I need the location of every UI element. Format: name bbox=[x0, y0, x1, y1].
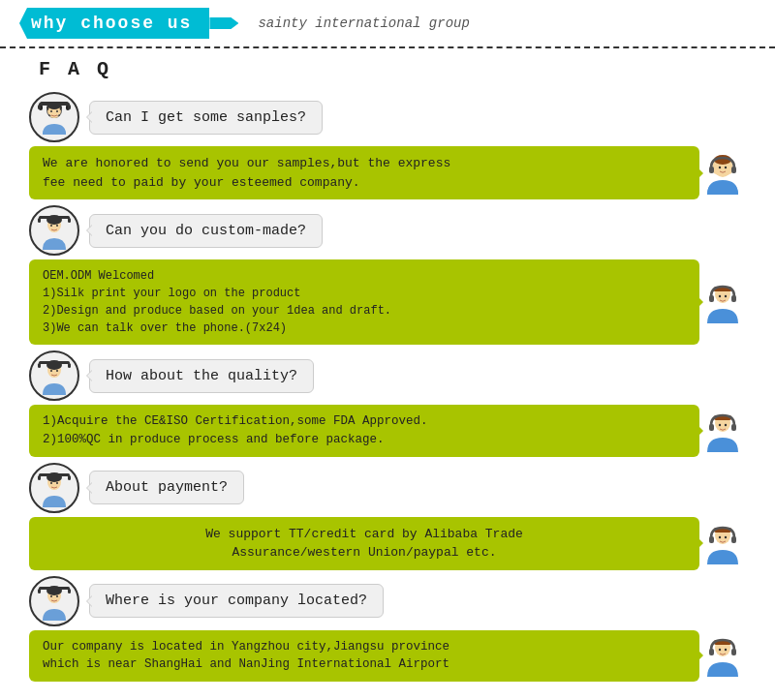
avatar-person-2 bbox=[29, 205, 79, 256]
svg-rect-65 bbox=[68, 589, 71, 593]
answer-row-5: Our company is located in Yangzhou city,… bbox=[29, 630, 746, 683]
avatar-person-5 bbox=[29, 576, 79, 626]
answer-bubble-4: We support TT/credit card by Alibaba Tra… bbox=[29, 517, 699, 570]
svg-point-18 bbox=[719, 166, 721, 167]
avatar-person-1 bbox=[29, 92, 79, 142]
question-row-3: How about the quality? bbox=[29, 350, 746, 401]
svg-rect-20 bbox=[709, 167, 714, 173]
header-title-right bbox=[209, 17, 238, 29]
question-row-1: Can I get some sanples? bbox=[29, 92, 746, 142]
svg-rect-60 bbox=[731, 536, 736, 543]
question-bubble-3: How about the quality? bbox=[89, 359, 314, 393]
avatar-person-3 bbox=[29, 350, 79, 401]
svg-rect-64 bbox=[38, 589, 41, 593]
header-title-block: why choose us bbox=[19, 8, 238, 39]
header: why choose us sainty international group bbox=[0, 0, 775, 48]
svg-point-14 bbox=[56, 110, 58, 112]
svg-rect-46 bbox=[709, 424, 714, 431]
svg-point-44 bbox=[719, 424, 721, 426]
svg-point-41 bbox=[56, 370, 58, 372]
svg-rect-25 bbox=[38, 218, 41, 223]
svg-point-28 bbox=[56, 225, 58, 227]
faq-label: F A Q bbox=[0, 48, 775, 86]
question-bubble-5: Where is your company located? bbox=[89, 584, 384, 618]
svg-point-31 bbox=[719, 295, 721, 297]
svg-point-45 bbox=[725, 424, 727, 426]
svg-rect-63 bbox=[39, 587, 70, 590]
question-bubble-4: About payment? bbox=[89, 471, 244, 504]
question-bubble-2: Can you do custom-made? bbox=[89, 214, 323, 248]
svg-rect-11 bbox=[38, 105, 41, 109]
svg-rect-37 bbox=[39, 361, 70, 364]
svg-rect-52 bbox=[68, 475, 71, 480]
question-bubble-1: Can I get some sanples? bbox=[89, 101, 323, 135]
svg-point-19 bbox=[725, 166, 727, 167]
svg-rect-26 bbox=[68, 218, 71, 223]
svg-rect-50 bbox=[39, 473, 70, 476]
svg-point-40 bbox=[50, 370, 52, 372]
svg-rect-12 bbox=[68, 105, 71, 109]
svg-rect-51 bbox=[38, 475, 41, 480]
faq-content: Can I get some sanples? We are honored t… bbox=[0, 92, 775, 682]
svg-rect-34 bbox=[731, 295, 736, 302]
svg-rect-47 bbox=[731, 424, 736, 431]
svg-rect-21 bbox=[731, 167, 736, 173]
svg-rect-59 bbox=[709, 536, 714, 543]
svg-point-27 bbox=[50, 225, 52, 227]
answer-bubble-3: 1)Acquire the CE&ISO Certification,some … bbox=[29, 405, 699, 457]
header-title-left: why choose us bbox=[19, 8, 209, 39]
svg-point-32 bbox=[725, 295, 727, 297]
question-row-2: Can you do custom-made? bbox=[29, 205, 746, 256]
svg-rect-39 bbox=[68, 363, 71, 368]
svg-rect-72 bbox=[709, 649, 714, 655]
avatar-person-4 bbox=[29, 463, 79, 513]
answer-row-1: We are honored to send you our samples,b… bbox=[29, 146, 746, 199]
svg-point-53 bbox=[50, 482, 52, 484]
answer-bubble-1: We are honored to send you our samples,b… bbox=[29, 146, 699, 199]
answer-bubble-2: OEM.ODM Welcomed 1)Silk print your logo … bbox=[29, 259, 699, 345]
svg-rect-73 bbox=[731, 649, 736, 655]
answer-row-3: 1)Acquire the CE&ISO Certification,some … bbox=[29, 405, 746, 457]
svg-rect-33 bbox=[709, 295, 714, 302]
svg-point-54 bbox=[56, 482, 58, 484]
svg-point-13 bbox=[50, 110, 52, 112]
svg-rect-10 bbox=[39, 103, 70, 106]
svg-point-66 bbox=[50, 595, 52, 597]
svg-point-58 bbox=[725, 536, 727, 538]
svg-point-57 bbox=[719, 536, 721, 538]
svg-point-67 bbox=[56, 595, 58, 597]
answer-bubble-5: Our company is located in Yangzhou city,… bbox=[29, 630, 699, 683]
question-row-4: About payment? bbox=[29, 463, 746, 513]
question-row-5: Where is your company located? bbox=[29, 576, 746, 626]
company-name: sainty international group bbox=[258, 15, 469, 31]
answer-row-2: OEM.ODM Welcomed 1)Silk print your logo … bbox=[29, 259, 746, 345]
answer-row-4: We support TT/credit card by Alibaba Tra… bbox=[29, 517, 746, 570]
svg-point-70 bbox=[719, 649, 721, 651]
svg-rect-38 bbox=[38, 363, 41, 368]
svg-rect-24 bbox=[39, 216, 70, 219]
svg-point-71 bbox=[725, 649, 727, 651]
